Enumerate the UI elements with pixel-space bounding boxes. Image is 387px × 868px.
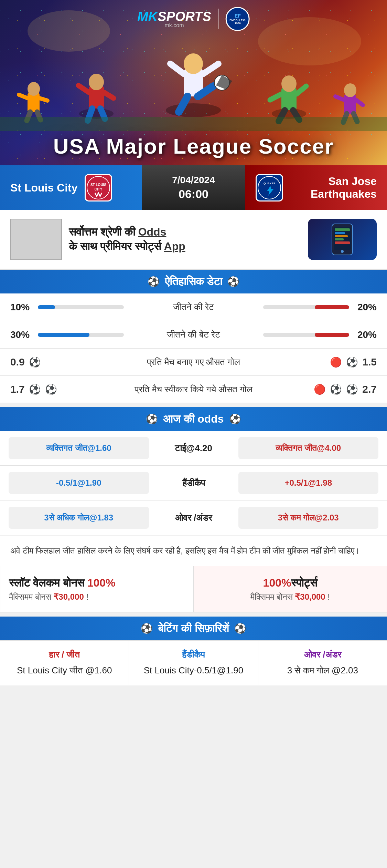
svg-point-12 <box>89 74 104 90</box>
rec-value-wl: St Louis City जीत @1.60 <box>7 664 122 676</box>
rec-type-hcp: हैंडीकैप <box>136 649 251 660</box>
odds-btn-win-right[interactable]: व्यक्तिगत जीत@4.00 <box>238 437 379 459</box>
odds-btn-win-left[interactable]: व्यक्तिगत जीत@1.60 <box>9 437 149 459</box>
promo-banner[interactable]: सर्वोत्तम श्रेणी की Odds के साथ प्रीमियर… <box>0 210 387 270</box>
goals-right-scored: 🔴 ⚽ 1.5 <box>308 356 377 368</box>
bonus-slots-title: स्लॉट वेलकम बोनस 100% <box>9 577 185 589</box>
stat-label-win-rate: जीतने की रेट <box>131 302 256 312</box>
rec-type-wl: हार / जीत <box>7 649 122 660</box>
svg-point-31 <box>344 83 356 97</box>
stat-right-bet-rate: 20% <box>349 329 377 340</box>
odds-row-ou: 3से अधिक गोल@1.83 ओवर /अंडर 3से कम गोल@2… <box>0 500 387 535</box>
odds-section: ⚽ आज की odds ⚽ व्यक्तिगत जीत@1.60 टाई@4.… <box>0 407 387 535</box>
goals-label-scored: प्रति मैच बनाए गए औसत गोल <box>79 357 308 368</box>
goals-left-conceded: 1.7 ⚽ ⚽ <box>10 383 79 395</box>
promo-text: सर्वोत्तम श्रेणी की Odds के साथ प्रीमियर… <box>69 225 301 254</box>
odds-title: आज की odds <box>163 413 224 425</box>
bonus-slots-percent: 100% <box>87 577 116 589</box>
goals-left-value-scored: 0.9 <box>10 356 25 368</box>
svg-line-32 <box>335 96 344 100</box>
bonus-slots-amount: ₹30,000 <box>53 592 84 601</box>
odds-btn-handicap-left[interactable]: -0.5/1@1.90 <box>9 472 149 494</box>
stat-left-bet-rate: 30% <box>10 329 38 340</box>
empoli-name: EMPOLI F.C. <box>229 19 246 22</box>
stat-row-win-rate: 10% जीतने की रेट 20% <box>0 293 387 321</box>
mk-sports-logo: MKSPORTS mk.com <box>137 9 211 29</box>
hero-banner: MKSPORTS mk.com EF EMPOLI F.C. 1920 USA … <box>0 0 387 165</box>
svg-line-5 <box>170 64 184 74</box>
odds-btn-handicap-right[interactable]: +0.5/1@1.98 <box>238 472 379 494</box>
team-left-name: St Louis City <box>10 182 78 194</box>
sj-logo: QUAKES <box>256 174 283 202</box>
rec-col-hcp: हैंडीकैप St Louis City-0.5/1@1.90 <box>129 641 258 685</box>
svg-line-27 <box>40 98 47 101</box>
svg-rect-46 <box>335 235 348 237</box>
stat-right-win-rate: 20% <box>349 302 377 313</box>
ball-icon-conceded-1: ⚽ <box>29 384 41 395</box>
bonus-card-sports[interactable]: 100%स्पोर्ट्स मैक्सिमम बोनस ₹30,000 ! <box>193 566 387 612</box>
ball-icon-left: ⚽ <box>148 276 160 287</box>
bonus-slots-subtitle: मैक्सिमम बोनस ₹30,000 ! <box>9 592 185 602</box>
svg-text:CITY: CITY <box>94 187 102 191</box>
svg-rect-30 <box>344 95 356 114</box>
svg-point-19 <box>281 75 297 92</box>
bonus-sports-amount: ₹30,000 <box>295 592 325 601</box>
goals-left-value-conceded: 1.7 <box>10 383 25 395</box>
ball-icon-scored-r2: ⚽ <box>346 356 358 368</box>
bar-right-bet-rate <box>263 333 349 337</box>
phone-svg <box>327 222 358 257</box>
match-time: 06:00 <box>179 187 208 201</box>
odds-header: ⚽ आज की odds ⚽ <box>0 407 387 431</box>
svg-line-13 <box>78 85 89 92</box>
rec-value-ou: 3 से कम गोल @2.03 <box>265 664 380 676</box>
stl-logo-svg: ST LOUIS CITY <box>86 176 110 200</box>
goals-right-conceded: 🔴 ⚽ ⚽ 2.7 <box>308 383 377 395</box>
historical-section: ⚽ ऐतिहासिक डेटा ⚽ 10% जीतने की रेट 20% 3… <box>0 270 387 403</box>
bonus-sports-exclaim: ! <box>325 592 330 601</box>
empoli-year: 1920 <box>235 22 241 25</box>
mk-text: MKSPORTS <box>137 9 211 24</box>
odds-btn-ou-right[interactable]: 3से कम गोल@2.03 <box>238 507 379 529</box>
rec-ball-left: ⚽ <box>141 623 153 634</box>
ball-icon-conceded-r3: ⚽ <box>346 384 358 395</box>
bonus-sports-max: मैक्सिमम बोनस <box>250 592 295 601</box>
team-right-section: QUAKES San Jose Earthquakes <box>245 165 387 210</box>
ball-icon-right: ⚽ <box>227 276 239 287</box>
svg-line-14 <box>104 92 114 98</box>
goals-right-value-scored: 1.5 <box>362 356 377 368</box>
match-date: 7/04/2024 <box>172 175 215 186</box>
svg-rect-45 <box>335 232 345 234</box>
odds-row-win: व्यक्तिगत जीत@1.60 टाई@4.20 व्यक्तिगत जी… <box>0 431 387 466</box>
rec-header: ⚽ बेटिंग की सिफ़ारिशें ⚽ <box>0 617 387 640</box>
historical-title: ऐतिहासिक डेटा <box>165 275 223 288</box>
odds-row-handicap: -0.5/1@1.90 हैंडीकैप +0.5/1@1.98 <box>0 466 387 500</box>
bonus-sports-text: स्पोर्ट्स <box>291 577 317 589</box>
svg-text:ST LOUIS: ST LOUIS <box>90 183 106 187</box>
odds-btn-ou-left[interactable]: 3से अधिक गोल@1.83 <box>9 507 149 529</box>
bar-right-win-rate <box>263 305 349 309</box>
goals-right-value-conceded: 2.7 <box>362 383 377 395</box>
rec-title: बेटिंग की सिफ़ारिशें <box>158 622 229 635</box>
svg-line-26 <box>19 95 28 98</box>
odds-ball-right: ⚽ <box>229 413 241 425</box>
ball-icon-conceded-r1: 🔴 <box>314 384 326 395</box>
ball-icon-scored-r1: 🔴 <box>330 356 342 368</box>
bonus-sports-title: 100%स्पोर्ट्स <box>202 577 378 589</box>
bonus-sports-subtitle: मैक्सिमम बोनस ₹30,000 ! <box>202 592 378 602</box>
bonus-card-slots[interactable]: स्लॉट वेलकम बोनस 100% मैक्सिमम बोनस ₹30,… <box>0 566 193 612</box>
bar-left-win-rate <box>38 305 124 309</box>
sj-logo-svg: QUAKES <box>257 176 281 200</box>
svg-line-33 <box>356 100 363 105</box>
bonus-section: स्लॉट वेलकम बोनस 100% मैक्सिमम बोनस ₹30,… <box>0 566 387 612</box>
bar-fill-left-bet-rate <box>38 333 89 337</box>
svg-rect-24 <box>28 93 40 112</box>
svg-text:QUAKES: QUAKES <box>263 182 275 185</box>
bonus-slots-max: मैक्सिमम बोनस <box>9 592 53 601</box>
promo-odds: Odds <box>138 226 166 238</box>
bar-fill-left-win-rate <box>38 305 55 309</box>
bonus-slots-text: स्लॉट वेलकम बोनस <box>9 577 87 589</box>
recommendations-section: ⚽ बेटिंग की सिफ़ारिशें ⚽ हार / जीत St Lo… <box>0 617 387 685</box>
rec-type-ou: ओवर /अंडर <box>265 649 380 660</box>
svg-point-1 <box>258 17 361 65</box>
goals-label-conceded: प्रति मैच स्वीकार किये गये औसत गोल <box>79 384 308 395</box>
